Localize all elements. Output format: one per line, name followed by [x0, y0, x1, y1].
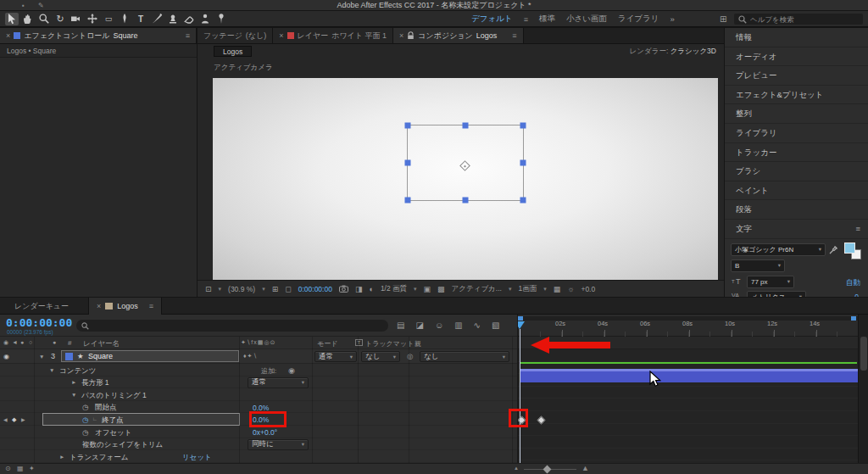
- switches-column-header[interactable]: ✦∖fx▦◎⊙: [241, 339, 275, 346]
- twirl-closed-icon[interactable]: ►: [71, 379, 76, 385]
- draft-3d-icon[interactable]: ◪: [415, 321, 423, 330]
- chevron-down-icon[interactable]: ▾: [262, 286, 265, 293]
- exposure-value[interactable]: +0.0: [581, 285, 595, 293]
- pen-tool[interactable]: [118, 13, 131, 25]
- selection-handle[interactable]: [405, 160, 411, 166]
- mask-toggle-icon[interactable]: ◻: [285, 285, 291, 293]
- resolution-icon[interactable]: ◐: [369, 285, 373, 293]
- audio-column-icon[interactable]: ◄: [12, 339, 18, 345]
- mode-column-header[interactable]: モード: [317, 339, 337, 349]
- tab-layer[interactable]: × レイヤー ホワイト 平面 1: [273, 28, 393, 43]
- close-icon[interactable]: ×: [97, 298, 101, 315]
- layer-twirl-icon[interactable]: ▼: [39, 354, 44, 360]
- playhead[interactable]: [517, 321, 525, 329]
- transparency-grid-icon[interactable]: ▩: [437, 285, 445, 293]
- panel-tab-info[interactable]: 情報: [725, 28, 868, 47]
- graph-editor-icon[interactable]: ▧: [492, 321, 499, 330]
- layer-row[interactable]: ◉ ▼ 3 ★ Square ♦✦∖ 通常▾ なし▾ ◎ なし▾: [0, 349, 517, 364]
- stopwatch-icon[interactable]: ◷: [82, 403, 88, 411]
- stopwatch-icon-active[interactable]: ◷: [82, 415, 88, 424]
- keyframe-nav-left-icon[interactable]: ◀: [3, 416, 8, 422]
- clone-stamp-tool[interactable]: [166, 13, 180, 25]
- workspace-tab-small-screen[interactable]: 小さい画面: [566, 14, 607, 25]
- eye-column-icon[interactable]: ◉: [3, 339, 8, 346]
- panel-tab-brushes[interactable]: ブラシ: [725, 162, 868, 181]
- chevron-down-icon[interactable]: ▾: [509, 286, 512, 293]
- time-ruler[interactable]: 02s 04s 06s 08s 10s 12s 14s: [518, 315, 858, 337]
- roi-icon[interactable]: ▣: [424, 285, 431, 293]
- timeline-zoom-handle[interactable]: [543, 466, 552, 474]
- eyedropper-icon[interactable]: [829, 245, 838, 254]
- font-style-dropdown[interactable]: B ▾: [731, 259, 785, 272]
- show-snapshot-icon[interactable]: ◨: [355, 285, 363, 293]
- help-search[interactable]: [734, 14, 863, 25]
- exposure-icon[interactable]: ☼: [567, 285, 574, 293]
- lock-icon[interactable]: [407, 31, 415, 40]
- type-tool[interactable]: T: [134, 13, 147, 25]
- selection-handle[interactable]: [405, 198, 411, 204]
- zoom-out-mountain-icon[interactable]: ▲: [514, 466, 519, 471]
- chevron-down-icon[interactable]: ▾: [414, 286, 417, 293]
- grid-guides-icon[interactable]: ⊞: [272, 285, 279, 293]
- selection-handle[interactable]: [520, 198, 526, 204]
- snapshot-camera-icon[interactable]: [339, 285, 348, 293]
- property-row-offset[interactable]: ◷ オフセット 0x+0.0°: [0, 426, 517, 438]
- panel-menu-icon[interactable]: ≡: [149, 298, 153, 315]
- workspace-overflow-icon[interactable]: »: [670, 14, 674, 24]
- composition-canvas[interactable]: [213, 78, 718, 280]
- magnification-value[interactable]: (30.9 %): [228, 285, 255, 293]
- current-timecode[interactable]: 0:00:00:00: [6, 316, 72, 329]
- stopwatch-icon[interactable]: ◷: [82, 428, 88, 437]
- expand-transfer-controls-icon[interactable]: ▦: [17, 465, 24, 472]
- panel-tab-effects-presets[interactable]: エフェクト&プリセット: [725, 86, 868, 105]
- expand-layer-switches-icon[interactable]: ⊙: [5, 465, 11, 472]
- workspace-menu-icon[interactable]: ≡: [524, 15, 528, 24]
- chevron-down-icon[interactable]: ▾: [543, 286, 547, 293]
- twirl-closed-icon[interactable]: ►: [59, 454, 64, 460]
- workspace-tab-standard[interactable]: 標準: [539, 14, 555, 25]
- hand-tool[interactable]: [21, 13, 35, 25]
- tracking-value[interactable]: 0: [854, 293, 859, 297]
- close-icon[interactable]: ×: [279, 31, 283, 40]
- add-label[interactable]: 追加:: [261, 366, 276, 376]
- pan-behind-tool[interactable]: [86, 13, 99, 25]
- effect-controls-body[interactable]: [0, 58, 197, 297]
- font-family-dropdown[interactable]: 小塚ゴシック Pr6N ▾: [731, 243, 826, 256]
- shy-icon[interactable]: ☺: [435, 321, 443, 330]
- roto-brush-tool[interactable]: [198, 13, 212, 25]
- selection-handle[interactable]: [520, 160, 526, 166]
- keyframe-nav-right-icon[interactable]: ▶: [21, 416, 25, 422]
- kerning-dropdown[interactable]: メトリクス ▾: [747, 291, 806, 297]
- panel-tab-tracker[interactable]: トラッカー: [725, 143, 868, 163]
- property-row-trim-paths[interactable]: ▼ パスのトリミング 1: [0, 388, 517, 401]
- view-camera-value[interactable]: アクティブカ...: [452, 284, 502, 294]
- zoom-in-mountain-icon[interactable]: ▲: [581, 464, 589, 472]
- layer-switches[interactable]: ♦✦∖: [243, 353, 258, 360]
- renderer-button[interactable]: レンダラー: クラシック3D: [630, 47, 716, 57]
- close-icon[interactable]: ×: [399, 31, 403, 40]
- panel-tab-audio[interactable]: オーディオ: [725, 47, 868, 67]
- tab-effect-controls[interactable]: × エフェクトコントロール Square ≡: [0, 28, 197, 43]
- layer-duration-bar[interactable]: [520, 369, 858, 382]
- workspace-tab-library[interactable]: ライブラリ: [618, 14, 659, 25]
- panel-tab-paragraph[interactable]: 段落: [725, 200, 868, 220]
- lock-column-icon[interactable]: ○: [29, 339, 32, 345]
- motion-blur-icon[interactable]: ∿: [474, 321, 481, 330]
- workspace-tab-default[interactable]: デフォルト: [471, 14, 513, 25]
- blend-mode-dropdown[interactable]: 通常▾: [314, 351, 357, 362]
- twirl-open-icon[interactable]: ▼: [71, 392, 76, 398]
- panel-tab-align[interactable]: 整列: [725, 104, 868, 124]
- parent-column-header[interactable]: 親: [415, 339, 421, 349]
- property-row-transform[interactable]: ► トランスフォーム リセット: [0, 450, 517, 463]
- shape-tool[interactable]: ▭: [102, 13, 115, 25]
- tab-composition[interactable]: × コンポジション Logos ≡: [393, 28, 524, 43]
- keyframe-nav-diamond-icon[interactable]: ◆: [12, 416, 16, 423]
- twirl-open-icon[interactable]: ▼: [49, 367, 54, 373]
- expand-in-out-icon[interactable]: ✦: [29, 465, 35, 472]
- trim-multiple-dropdown[interactable]: 同時に▾: [248, 439, 309, 450]
- monitor-icon[interactable]: ⊡: [205, 285, 212, 293]
- selection-handle[interactable]: [405, 123, 411, 129]
- matte-t-icon[interactable]: T: [355, 339, 363, 346]
- panel-menu-icon[interactable]: ≡: [186, 31, 190, 40]
- rect-blend-dropdown[interactable]: 通常▾: [248, 377, 309, 388]
